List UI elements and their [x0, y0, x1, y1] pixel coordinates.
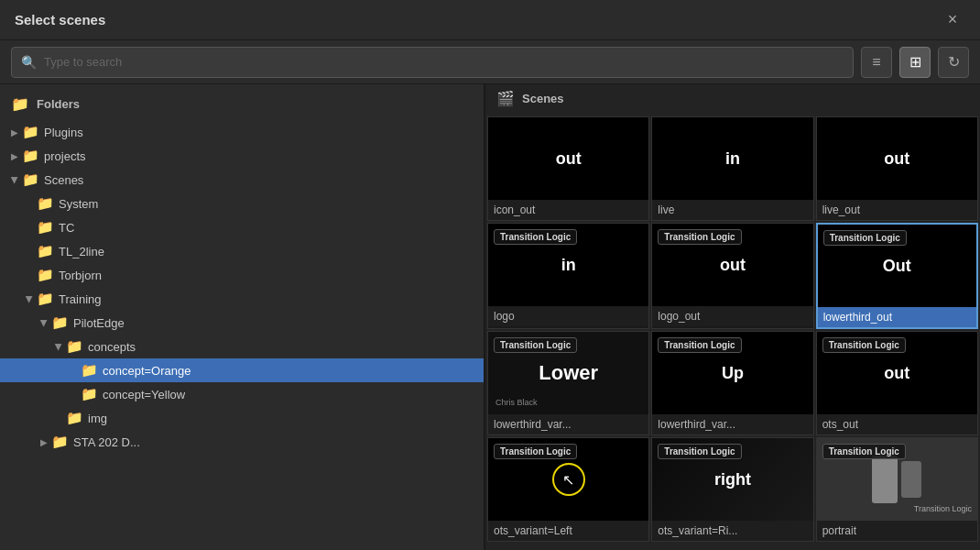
scene-thumbnail: Transition Logic right — [652, 438, 812, 521]
folder-icon: 📁 — [37, 195, 54, 212]
sidebar-item-label: projects — [44, 149, 86, 163]
scene-name: lowerthird_out — [818, 307, 976, 327]
scene-center-text: right — [714, 470, 751, 490]
scene-center-text: in — [561, 256, 576, 275]
scenes-panel: 🎬 Scenes out icon_out in live ou — [485, 84, 980, 550]
transition-logic-badge: Transition Logic — [823, 230, 907, 246]
scene-thumbnail: Transition Logic out — [817, 332, 977, 414]
scene-name: icon_out — [488, 200, 648, 220]
folders-label: Folders — [37, 97, 80, 111]
sidebar-item-label: concept=Orange — [103, 364, 191, 378]
scene-item-lowerthird-var2[interactable]: Transition Logic Up lowerthird_var... — [651, 331, 813, 435]
sidebar-item-concepts[interactable]: ▶ 📁 concepts — [0, 335, 484, 358]
folder-icon: 📁 — [66, 338, 83, 355]
arrow-icon: ▶ — [25, 292, 35, 306]
sidebar-item-torbjorn[interactable]: 📁 Torbjorn — [0, 263, 484, 287]
arrow-icon: ▶ — [39, 315, 49, 330]
scene-item-lowerthird-var1[interactable]: Transition Logic Lower Chris Black lower… — [487, 331, 649, 435]
folder-icon: 📁 — [81, 362, 98, 379]
scene-item-live[interactable]: in live — [651, 116, 813, 221]
scene-item-portrait[interactable]: Transition Logic Transition Logic portra… — [816, 437, 978, 542]
folder-icon: 📁 — [22, 171, 39, 188]
sidebar-item-plugins[interactable]: ▶ 📁 Plugins — [0, 120, 484, 144]
refresh-button[interactable]: ↻ — [938, 47, 969, 78]
folder-icon: 📁 — [37, 219, 54, 236]
scene-item-ots-variant-left[interactable]: Transition Logic ↖ ots_variant=Left — [487, 437, 649, 542]
close-button[interactable]: × — [940, 7, 965, 33]
scene-item-logo[interactable]: Transition Logic in logo — [487, 223, 649, 329]
sidebar-item-label: STA 202 D... — [73, 435, 140, 449]
sidebar-item-concept-orange[interactable]: 📁 concept=Orange — [0, 358, 484, 382]
folder-icon: 📁 — [22, 124, 39, 140]
portrait-bar — [872, 456, 898, 503]
sidebar-item-system[interactable]: 📁 System — [0, 192, 484, 215]
scene-name: ots_variant=Left — [488, 521, 648, 541]
scene-thumbnail: out — [817, 117, 977, 200]
scene-item-ots-variant-right[interactable]: Transition Logic right ots_variant=Ri... — [651, 437, 813, 542]
sidebar-item-label: Scenes — [44, 173, 83, 187]
scene-item-logo-out[interactable]: Transition Logic out logo_out — [651, 223, 813, 329]
grid-icon: ⊞ — [909, 53, 921, 71]
sidebar-item-label: System — [59, 197, 98, 211]
cursor-circle: ↖ — [552, 463, 585, 496]
scene-name: portrait — [817, 521, 977, 541]
scene-thumbnail: in — [652, 117, 812, 200]
sidebar-item-label: TC — [59, 221, 74, 235]
sidebar-item-projects[interactable]: ▶ 📁 projects — [0, 144, 484, 168]
arrow-icon: ▶ — [7, 151, 22, 161]
arrow-icon: ▶ — [10, 172, 20, 187]
sidebar-item-tc[interactable]: 📁 TC — [0, 215, 484, 239]
scene-center-text: out — [884, 364, 909, 383]
scene-item-icon-out[interactable]: out icon_out — [487, 116, 649, 221]
sidebar-item-label: TL_2line — [59, 245, 104, 258]
scene-thumbnail: Transition Logic Transition Logic — [817, 438, 977, 521]
scene-name: logo — [488, 306, 648, 326]
transition-logic-badge: Transition Logic — [494, 444, 577, 459]
scene-center-text: Out — [883, 257, 911, 276]
folders-panel: 📁 Folders ▶ 📁 Plugins ▶ 📁 projects ▶ 📁 S… — [0, 84, 485, 550]
folder-icon: 📁 — [51, 434, 69, 450]
transition-logic-badge: Transition Logic — [494, 229, 577, 245]
transition-logic-badge: Transition Logic — [494, 337, 577, 353]
scene-center-text: Up — [722, 364, 744, 383]
sidebar-item-pilotedge[interactable]: ▶ 📁 PilotEdge — [0, 311, 484, 335]
sidebar-item-label: PilotEdge — [73, 316, 125, 330]
list-view-button[interactable]: ≡ — [861, 47, 892, 78]
search-input[interactable] — [44, 55, 844, 69]
scene-center-text: in — [725, 149, 740, 169]
folder-icon: 📁 — [51, 314, 69, 331]
arrow-icon: ▶ — [7, 127, 22, 138]
transition-logic-badge: Transition Logic — [658, 337, 741, 353]
folder-icon: 📁 — [22, 148, 39, 164]
scene-center-text: Lower — [539, 361, 598, 385]
sidebar-item-label: img — [88, 412, 107, 425]
scene-thumbnail: Transition Logic out — [652, 224, 812, 306]
sidebar-item-img[interactable]: 📁 img — [0, 406, 484, 430]
sidebar-item-training[interactable]: ▶ 📁 Training — [0, 287, 484, 311]
scene-name: logo_out — [652, 306, 812, 326]
scene-name: lowerthird_var... — [488, 414, 648, 434]
folders-icon: 📁 — [11, 95, 29, 113]
scene-thumbnail: Transition Logic Lower Chris Black — [488, 332, 648, 414]
grid-view-button[interactable]: ⊞ — [899, 47, 931, 78]
sidebar-item-label: Torbjorn — [59, 269, 102, 282]
arrow-icon: ▶ — [54, 339, 64, 354]
scene-item-ots-out[interactable]: Transition Logic out ots_out — [816, 331, 978, 435]
search-bar: 🔍 ≡ ⊞ ↻ — [0, 40, 980, 84]
sidebar-item-scenes[interactable]: ▶ 📁 Scenes — [0, 168, 484, 192]
refresh-icon: ↻ — [948, 53, 960, 71]
scene-item-lowerthird-out[interactable]: Transition Logic Out lowerthird_out — [816, 223, 978, 329]
scene-item-live-out[interactable]: out live_out — [816, 116, 978, 221]
scene-thumbnail: Transition Logic Up — [652, 332, 812, 414]
sidebar-item-sta202[interactable]: ▶ 📁 STA 202 D... — [0, 430, 484, 454]
sidebar-item-concept-yellow[interactable]: 📁 concept=Yellow — [0, 382, 484, 406]
scene-subtext: Chris Black — [495, 398, 538, 407]
scene-name: ots_out — [817, 414, 977, 434]
scenes-icon: 🎬 — [496, 90, 515, 107]
transition-logic-badge: Transition Logic — [658, 444, 741, 459]
sidebar-item-tl2line[interactable]: 📁 TL_2line — [0, 239, 484, 263]
portrait-bar2 — [901, 461, 921, 498]
transition-logic-badge: Transition Logic — [658, 229, 741, 245]
portrait-text: Transition Logic — [914, 504, 972, 513]
folder-icon: 📁 — [37, 243, 54, 259]
